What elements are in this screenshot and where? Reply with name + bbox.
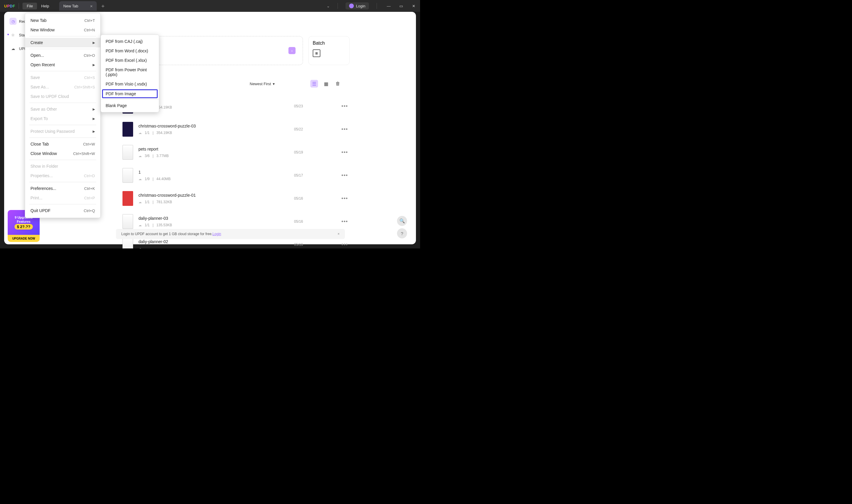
clock-icon: ◷ bbox=[10, 18, 17, 25]
file-name: 1 bbox=[139, 170, 171, 175]
menu-separator bbox=[29, 204, 96, 204]
meta-sep: | bbox=[153, 223, 153, 227]
list-view-icon[interactable]: ☰ bbox=[310, 80, 318, 88]
window-close[interactable]: ✕ bbox=[410, 4, 418, 8]
menu-shortcut: Ctrl+P bbox=[84, 196, 95, 200]
menu-item[interactable]: Create▶ bbox=[25, 38, 100, 47]
trash-icon[interactable]: 🗑 bbox=[334, 80, 342, 88]
file-name: christmas-crossword-puzzle-01 bbox=[139, 193, 196, 198]
menu-item-label: Create bbox=[31, 40, 43, 45]
batch-card[interactable]: Batch ≣ bbox=[308, 36, 350, 65]
more-icon[interactable]: ••• bbox=[341, 196, 348, 202]
menu-item[interactable]: Quit UPDFCtrl+Q bbox=[25, 206, 100, 215]
submenu-item[interactable]: PDF from CAJ (.caj) bbox=[101, 37, 159, 46]
file-name: christmas-crossword-puzzle-03 bbox=[139, 124, 196, 128]
file-name: daliy-planner-02 bbox=[139, 239, 168, 244]
menu-help[interactable]: Help bbox=[37, 3, 53, 10]
file-size: 354.19KB bbox=[157, 131, 172, 135]
chevron-right-icon: ▶ bbox=[93, 41, 95, 45]
menu-shortcut: Ctrl+D bbox=[84, 174, 95, 178]
menu-item[interactable]: New WindowCtrl+N bbox=[25, 25, 100, 35]
menu-item-label: Open... bbox=[31, 53, 44, 58]
more-icon[interactable]: ••• bbox=[341, 103, 348, 109]
submenu-item[interactable]: PDF from Power Point (.pptx) bbox=[101, 65, 159, 79]
menu-item: Properties...Ctrl+D bbox=[25, 171, 100, 180]
file-info: christmas-crossword-puzzle-01 ☁ 1/1 | 78… bbox=[139, 193, 196, 204]
cloud-sync-icon: ☁ bbox=[139, 131, 142, 135]
menu-item[interactable]: Preferences...Ctrl+K bbox=[25, 184, 100, 193]
avatar-icon bbox=[349, 3, 354, 8]
menu-shortcut: Ctrl+S bbox=[84, 75, 95, 80]
file-date: 05/16 bbox=[294, 219, 341, 223]
file-list: ☁ 1/1 | 354.19KB 05/23 ••• christmas-cro… bbox=[123, 95, 348, 249]
tab[interactable]: New Tab × bbox=[59, 1, 97, 11]
file-size: 44.40MB bbox=[157, 177, 171, 181]
submenu-item[interactable]: PDF from Image bbox=[102, 89, 158, 98]
menu-item-label: Save As... bbox=[31, 85, 49, 89]
more-icon[interactable]: ••• bbox=[341, 149, 348, 156]
menu-item-label: Close Tab bbox=[31, 142, 49, 146]
file-row[interactable]: pets report ☁ 3/6 | 3.77MB 05/19 ••• bbox=[123, 141, 348, 164]
file-row[interactable]: christmas-crossword-puzzle-03 ☁ 1/1 | 35… bbox=[123, 118, 348, 141]
help-fab[interactable]: ? bbox=[397, 228, 407, 238]
promo-line2: Features bbox=[17, 220, 31, 223]
menu-shortcut: Ctrl+Shift+W bbox=[73, 151, 95, 156]
menu-item-label: Export To bbox=[31, 116, 48, 121]
cloud-sync-icon: ☁ bbox=[139, 246, 142, 249]
grid-view-icon[interactable]: ▦ bbox=[322, 80, 330, 88]
menu-file[interactable]: File bbox=[22, 3, 37, 10]
menu-item[interactable]: Open Recent▶ bbox=[25, 60, 100, 70]
file-date: 05/17 bbox=[294, 173, 341, 178]
file-name: pets report bbox=[139, 147, 169, 151]
menu-shortcut: Ctrl+N bbox=[84, 28, 95, 32]
file-thumbnail bbox=[123, 168, 133, 183]
file-row[interactable]: christmas-crossword-puzzle-01 ☁ 1/1 | 78… bbox=[123, 187, 348, 210]
menu-item: Save as Other▶ bbox=[25, 104, 100, 114]
more-icon[interactable]: ••• bbox=[341, 173, 348, 179]
submenu-item[interactable]: Blank Page bbox=[101, 101, 159, 110]
promo-cta[interactable]: UPGRADE NOW bbox=[8, 235, 40, 242]
chevron-right-icon: ▶ bbox=[93, 117, 95, 121]
file-size: 135.53KB bbox=[157, 223, 172, 227]
window-maximize[interactable]: ▭ bbox=[397, 4, 405, 8]
menu-item: Print...Ctrl+P bbox=[25, 193, 100, 203]
tab-close-icon[interactable]: × bbox=[90, 3, 93, 8]
more-icon[interactable]: ••• bbox=[341, 242, 348, 248]
submenu-item[interactable]: PDF from Word (.docx) bbox=[101, 46, 159, 56]
file-row[interactable]: 1 ☁ 1/9 | 44.40MB 05/17 ••• bbox=[123, 164, 348, 187]
search-fab[interactable]: 🔍 bbox=[397, 216, 407, 226]
menu-item: Save to UPDF Cloud bbox=[25, 92, 100, 101]
menu-separator bbox=[29, 138, 96, 138]
meta-sep: | bbox=[153, 154, 153, 158]
submenu-item[interactable]: PDF from Excel (.xlsx) bbox=[101, 56, 159, 65]
file-date: 05/19 bbox=[294, 150, 341, 155]
menu-separator bbox=[29, 36, 96, 36]
sort-dropdown[interactable]: Newest First ▾ bbox=[250, 82, 275, 86]
menu-item[interactable]: Open...Ctrl+O bbox=[25, 51, 100, 60]
login-button[interactable]: Login bbox=[346, 2, 369, 10]
file-size: 3.77MB bbox=[157, 154, 169, 158]
window-minimize[interactable]: — bbox=[385, 4, 393, 8]
banner-close-icon[interactable]: × bbox=[338, 232, 340, 236]
more-icon[interactable]: ••• bbox=[341, 219, 348, 225]
menu-item[interactable]: Close WindowCtrl+Shift+W bbox=[25, 149, 100, 158]
sort-label: Newest First bbox=[250, 82, 271, 86]
banner-login-link[interactable]: Login bbox=[213, 232, 221, 236]
menu-item-label: Save as Other bbox=[31, 107, 57, 111]
submenu-item[interactable]: PDF from Visio (.vsdx) bbox=[101, 79, 159, 89]
menu-item[interactable]: Close TabCtrl+W bbox=[25, 139, 100, 149]
menu-separator bbox=[29, 71, 96, 71]
cloud-sync-icon: ☁ bbox=[139, 223, 142, 227]
arrow-right-icon[interactable]: › bbox=[288, 47, 295, 54]
file-date: 05/22 bbox=[294, 127, 341, 131]
menu-item-label: Quit UPDF bbox=[31, 208, 51, 213]
chevron-down-icon[interactable]: ⌄ bbox=[327, 4, 330, 8]
chevron-right-icon: ▶ bbox=[93, 129, 95, 133]
new-tab-button[interactable]: ＋ bbox=[100, 2, 106, 10]
menu-item[interactable]: New TabCtrl+T bbox=[25, 16, 100, 25]
tab-label: New Tab bbox=[63, 4, 78, 8]
menu-separator bbox=[29, 103, 96, 103]
more-icon[interactable]: ••• bbox=[341, 126, 348, 132]
batch-label: Batch bbox=[313, 40, 345, 46]
menu-item-label: Close Window bbox=[31, 151, 57, 156]
